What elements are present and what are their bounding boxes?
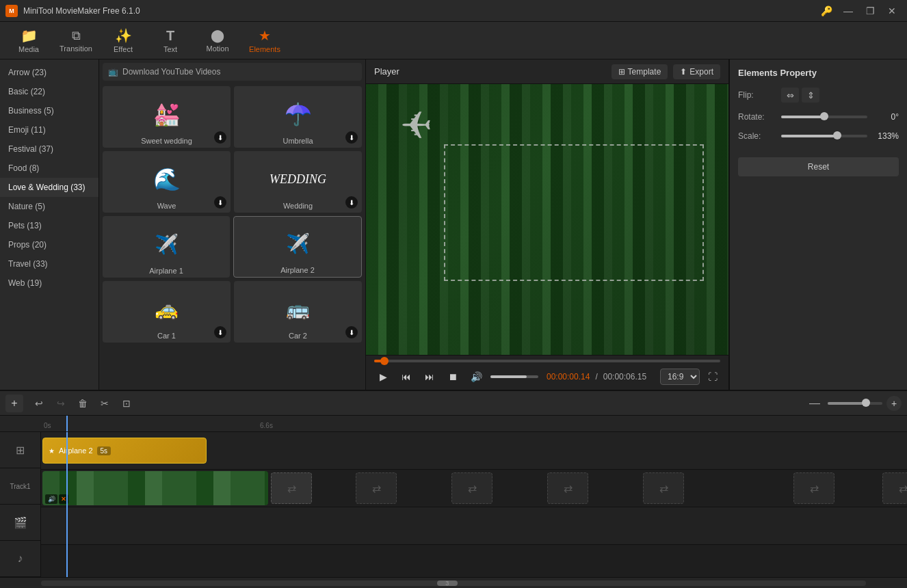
wave-download[interactable]: ⬇	[214, 196, 226, 209]
next-frame-button[interactable]: ⏭	[421, 368, 438, 386]
rotate-label: Rotate:	[738, 112, 776, 122]
video-clip[interactable]: 🔊 ✕	[42, 471, 268, 505]
download-youtube-bar[interactable]: 📺 Download YouTube Videos	[103, 63, 362, 81]
app-title: MiniTool MovieMaker Free 6.1.0	[23, 6, 811, 16]
scale-thumb[interactable]	[833, 131, 841, 139]
restore-button[interactable]: ❐	[860, 4, 880, 18]
zoom-out-button[interactable]: —	[806, 395, 824, 412]
elements-row-4: 🚕 Car 1 ⬇ 🚌 Car 2 ⬇	[103, 281, 362, 343]
umbrella-download[interactable]: ⬇	[345, 131, 358, 144]
element-car1[interactable]: 🚕 Car 1 ⬇	[103, 281, 231, 343]
scrollbar-thumb[interactable]: 3	[437, 580, 458, 586]
car2-download[interactable]: ⬇	[345, 326, 358, 338]
elements-row-1: 💒 Sweet wedding ⬇ ☂️ Umbrella ⬇	[103, 86, 362, 148]
wedding-download[interactable]: ⬇	[345, 196, 358, 209]
delete-button[interactable]: 🗑	[74, 395, 92, 412]
minimize-button[interactable]: —	[839, 4, 858, 18]
scale-slider[interactable]	[781, 135, 867, 137]
rotate-row: Rotate: 0°	[738, 112, 899, 122]
timeline-ruler: 0s 6.6s	[0, 416, 907, 432]
player-area: Player ⊞ Template ⬆ Export ✈ ✥	[366, 59, 729, 390]
properties-panel: Elements Property Flip: ⇔ ⇕ Rotate: 0° S…	[729, 59, 907, 390]
audio-track-label: ♪	[0, 541, 40, 577]
scrollbar-number: 3	[445, 580, 449, 587]
add-track-icon[interactable]: ⊞	[16, 444, 25, 457]
progress-thumb[interactable]	[380, 357, 389, 365]
volume-icon[interactable]: 🔊	[467, 368, 485, 386]
element-track: ★ Airplane 2 5s	[41, 432, 907, 470]
element-airplane2[interactable]: ✈️ Airplane 2	[233, 216, 362, 278]
element-sweet-wedding[interactable]: 💒 Sweet wedding ⬇	[103, 86, 231, 148]
element-car2[interactable]: 🚌 Car 2 ⬇	[234, 281, 362, 343]
tool-text[interactable]: T Text	[148, 24, 192, 57]
category-food[interactable]: Food (8)	[0, 159, 98, 178]
key-btn[interactable]: 🔑	[817, 4, 836, 18]
clip-duration: 5s	[97, 446, 111, 455]
zoom-in-button[interactable]: +	[886, 396, 902, 411]
element-wave[interactable]: 🌊 Wave ⬇	[103, 151, 231, 213]
window-controls: 🔑 — ❐ ✕	[817, 4, 902, 18]
video-track: 🔊 ✕ ⇄ ⇄ ⇄ ⇄ ⇄ ⇄ ⇄	[41, 470, 907, 507]
flip-icons: ⇔ ⇕	[781, 88, 819, 103]
sweet-wedding-download[interactable]: ⬇	[214, 131, 226, 144]
stop-button[interactable]: ⏹	[444, 368, 462, 386]
category-basic[interactable]: Basic (22)	[0, 82, 98, 101]
timeline-scrollbar: 3	[0, 577, 907, 588]
crop-button[interactable]: ⊡	[118, 395, 135, 412]
category-props[interactable]: Props (20)	[0, 235, 98, 254]
transition-slot-3[interactable]: ⇄	[451, 472, 492, 504]
car1-label: Car 1	[157, 332, 176, 340]
element-umbrella[interactable]: ☂️ Umbrella ⬇	[234, 86, 362, 148]
category-travel[interactable]: Travel (33)	[0, 254, 98, 273]
play-button[interactable]: ▶	[374, 368, 392, 386]
zoom-slider[interactable]	[828, 402, 882, 405]
transition-slot-2[interactable]: ⇄	[356, 472, 397, 504]
reset-button[interactable]: Reset	[738, 157, 899, 176]
redo-button[interactable]: ↪	[52, 395, 70, 412]
export-label: Export	[689, 67, 713, 77]
cut-button[interactable]: ✂	[96, 395, 114, 412]
transition-slot-4[interactable]: ⇄	[547, 472, 588, 504]
progress-bar[interactable]	[374, 360, 720, 362]
category-web[interactable]: Web (19)	[0, 273, 98, 293]
horizontal-scrollbar[interactable]: 3	[41, 580, 866, 586]
volume-slider[interactable]	[490, 375, 538, 378]
zoom-thumb[interactable]	[862, 399, 870, 407]
elements-icon: ★	[259, 27, 271, 44]
rotate-slider[interactable]	[781, 116, 867, 118]
category-festival[interactable]: Festival (37)	[0, 139, 98, 159]
aspect-ratio-select[interactable]: 16:9 4:3 1:1 9:16	[660, 369, 700, 385]
elements-row-2: 🌊 Wave ⬇ WEDDING Wedding ⬇	[103, 151, 362, 213]
transition-slot-7[interactable]: ⇄	[882, 472, 907, 504]
transition-slot-1[interactable]: ⇄	[271, 472, 312, 504]
tool-media[interactable]: 📁 Media	[7, 24, 51, 57]
category-nature[interactable]: Nature (5)	[0, 197, 98, 216]
category-business[interactable]: Business (5)	[0, 101, 98, 120]
car2-preview: 🚌	[271, 289, 326, 330]
properties-title: Elements Property	[738, 68, 899, 78]
element-wedding[interactable]: WEDDING Wedding ⬇	[234, 151, 362, 213]
category-pets[interactable]: Pets (13)	[0, 216, 98, 235]
transition-slot-6[interactable]: ⇄	[793, 472, 834, 504]
undo-button[interactable]: ↩	[30, 395, 48, 412]
tool-transition[interactable]: ⧉ Transition	[54, 24, 98, 57]
category-emoji[interactable]: Emoji (11)	[0, 120, 98, 139]
add-media-button[interactable]: +	[5, 395, 23, 412]
rotate-thumb[interactable]	[820, 112, 828, 120]
export-button[interactable]: ⬆ Export	[673, 64, 720, 79]
tool-effect[interactable]: ✨ Effect	[101, 24, 145, 57]
category-arrow[interactable]: Arrow (23)	[0, 63, 98, 82]
prev-frame-button[interactable]: ⏮	[397, 368, 415, 386]
tool-elements-label: Elements	[249, 45, 280, 53]
flip-vertical-button[interactable]: ⇕	[802, 88, 819, 103]
transition-slot-5[interactable]: ⇄	[643, 472, 684, 504]
fullscreen-button[interactable]: ⛶	[705, 369, 720, 384]
car1-download[interactable]: ⬇	[214, 326, 226, 338]
tool-elements[interactable]: ★ Elements	[243, 24, 287, 57]
template-button[interactable]: ⊞ Template	[612, 64, 668, 79]
close-button[interactable]: ✕	[882, 4, 902, 18]
flip-horizontal-button[interactable]: ⇔	[781, 88, 799, 103]
category-love-wedding[interactable]: Love & Wedding (33)	[0, 178, 98, 197]
tool-motion[interactable]: ⬤ Motion	[196, 24, 239, 57]
element-airplane1[interactable]: ✈️ Airplane 1	[103, 216, 230, 278]
